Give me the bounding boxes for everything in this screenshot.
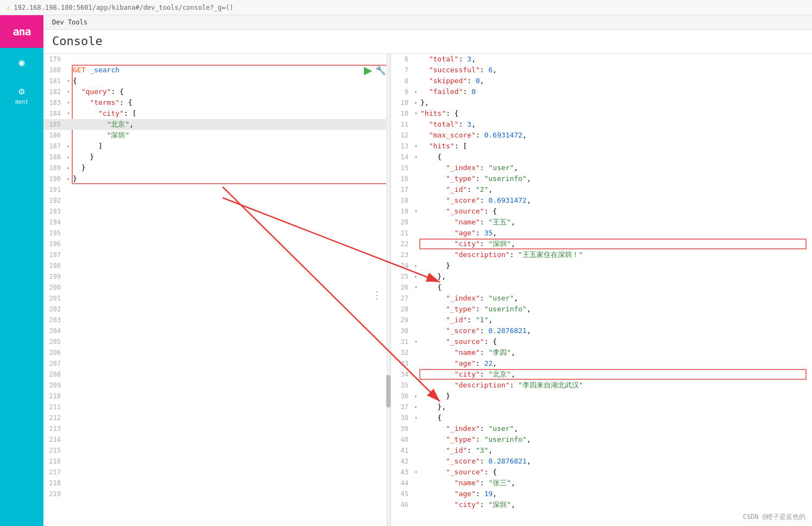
result-line: 39 "_index": "user",: [391, 423, 812, 434]
result-line: 7 "successful": 6,: [391, 65, 812, 76]
result-line: 16 "_type": "userinfo",: [391, 173, 812, 184]
discover-icon: ◉: [19, 57, 25, 68]
result-line: 46 "city": "深圳",: [391, 499, 812, 510]
devtools-breadcrumb: Dev Tools: [43, 15, 812, 30]
code-line: 218: [43, 478, 391, 489]
line-number: 190: [43, 173, 65, 184]
sidebar: ana ◉ ⚙ ment: [0, 15, 43, 526]
browser-bar: ⚠ 192.168.198.100:5601/app/kibana#/dev_t…: [0, 0, 812, 15]
result-line: 18 "_score": 0.6931472,: [391, 195, 812, 206]
result-line: 32 "name": "李四",: [391, 347, 812, 358]
code-line: 185 "北京",: [43, 119, 391, 130]
result-line: 28 "_type": "userinfo",: [391, 304, 812, 315]
line-fold: ▾: [65, 76, 72, 86]
result-panel[interactable]: 6 "total": 3, 7 "successful": 6, 8 "skip…: [391, 54, 812, 526]
result-line: 6 "total": 3,: [391, 54, 812, 65]
code-line: 192: [43, 195, 391, 206]
code-line: 213: [43, 423, 391, 434]
url-bar: 192.168.198.100:5601/app/kibana#/dev_too…: [14, 4, 234, 11]
line-content: }: [72, 162, 391, 173]
result-line: 13 ▾ "hits": [: [391, 141, 812, 152]
code-line: 219: [43, 489, 391, 499]
editor-scroll[interactable]: ▶ 🔧 179 180 GET _se: [43, 54, 391, 526]
result-line: 8 "skipped": 0,: [391, 76, 812, 86]
result-line: 29 "_id": "1",: [391, 315, 812, 325]
result-line: 35 "description": "李四来自湖北武汉": [391, 380, 812, 391]
line-fold: ▾: [65, 97, 72, 108]
result-line: 30 "_score": 0.2876821,: [391, 325, 812, 336]
code-line: 215: [43, 445, 391, 456]
result-line: 36 ▸ }: [391, 391, 812, 402]
sidebar-logo: ana: [0, 15, 43, 48]
line-fold: ▸: [65, 141, 72, 152]
result-line: 11 "total": 3,: [391, 119, 812, 130]
sidebar-item-management[interactable]: ⚙ ment: [0, 77, 43, 114]
result-line: 42 "_score": 0.2876821,: [391, 456, 812, 467]
result-line: 25 ▸ },: [391, 271, 812, 282]
result-line: 40 "_type": "userinfo",: [391, 434, 812, 445]
code-line: 201: [43, 293, 391, 304]
code-line: 189 ▸ }: [43, 162, 391, 173]
line-fold: ▸: [65, 162, 72, 173]
result-line: 17 "_id": "2",: [391, 184, 812, 195]
security-warning: ⚠: [7, 4, 10, 11]
result-line: 27 "_index": "user",: [391, 293, 812, 304]
code-line: 182 ▾ "query": {: [43, 86, 391, 97]
code-line: 212: [43, 412, 391, 423]
code-line: 204: [43, 325, 391, 336]
app-container: ana ◉ ⚙ ment Dev Tools Console: [0, 15, 812, 526]
code-line: 184 ▾ "city": [: [43, 108, 391, 119]
result-line: 38 ▾ {: [391, 412, 812, 423]
result-line: 45 "age": 19,: [391, 489, 812, 499]
line-content: "terms": {: [72, 97, 391, 108]
line-content: GET _search: [72, 65, 391, 76]
line-number: 182: [43, 86, 65, 97]
console-area: ▶ 🔧 179 180 GET _se: [43, 54, 812, 526]
code-line: 180 GET _search: [43, 65, 391, 76]
code-line: 197: [43, 249, 391, 260]
code-line: 205: [43, 336, 391, 347]
result-line-city-beijing: 34 "city": "北京",: [391, 369, 812, 380]
code-line: 198: [43, 260, 391, 271]
sidebar-item-discover[interactable]: ◉: [0, 48, 43, 77]
result-line: 14 ▾ {: [391, 152, 812, 162]
line-number: 181: [43, 76, 65, 86]
line-content: }: [72, 152, 391, 162]
editor-panel: ▶ 🔧 179 180 GET _se: [43, 54, 391, 526]
result-line: 19 ▾ "_source": {: [391, 206, 812, 217]
line-number: 188: [43, 152, 65, 162]
result-line: 41 "_id": "3",: [391, 445, 812, 456]
code-line: 194: [43, 217, 391, 228]
result-line-city-shenzhen: 22 "city": "深圳",: [391, 239, 812, 249]
code-line: 195: [43, 228, 391, 239]
console-title: Console: [43, 30, 812, 54]
result-line: 10 ▸ },: [391, 97, 812, 108]
result-line: 37 ▸ },: [391, 402, 812, 412]
code-line: 210: [43, 391, 391, 402]
result-line: 21 "age": 35,: [391, 228, 812, 239]
line-number: 186: [43, 130, 65, 141]
line-number: 187: [43, 141, 65, 152]
watermark: CSDN @橙子是蓝色的: [743, 512, 805, 522]
dots-divider: ⋮: [372, 290, 382, 300]
line-fold: ▸: [65, 152, 72, 162]
editor-scrollbar-thumb: [386, 375, 391, 408]
result-line: 33 "age": 22,: [391, 358, 812, 369]
line-number: 189: [43, 162, 65, 173]
result-line: 9 ▸ "failed": 0: [391, 86, 812, 97]
line-content: "深圳": [72, 130, 391, 141]
result-line: 12 "max_score": 0.6931472,: [391, 130, 812, 141]
code-line: 188 ▸ }: [43, 152, 391, 162]
code-line: 203: [43, 315, 391, 325]
result-line: 26 ▾ {: [391, 282, 812, 293]
result-line: 31 ▾ "_source": {: [391, 336, 812, 347]
line-number: 180: [43, 65, 65, 76]
result-line: 15 "_index": "user",: [391, 162, 812, 173]
code-line: 199: [43, 271, 391, 282]
editor-scrollbar[interactable]: [386, 54, 391, 526]
line-content: "query": {: [72, 86, 391, 97]
code-line: 179: [43, 54, 391, 65]
code-line: 216: [43, 456, 391, 467]
line-number: 185: [43, 119, 65, 130]
code-line: 206: [43, 347, 391, 358]
